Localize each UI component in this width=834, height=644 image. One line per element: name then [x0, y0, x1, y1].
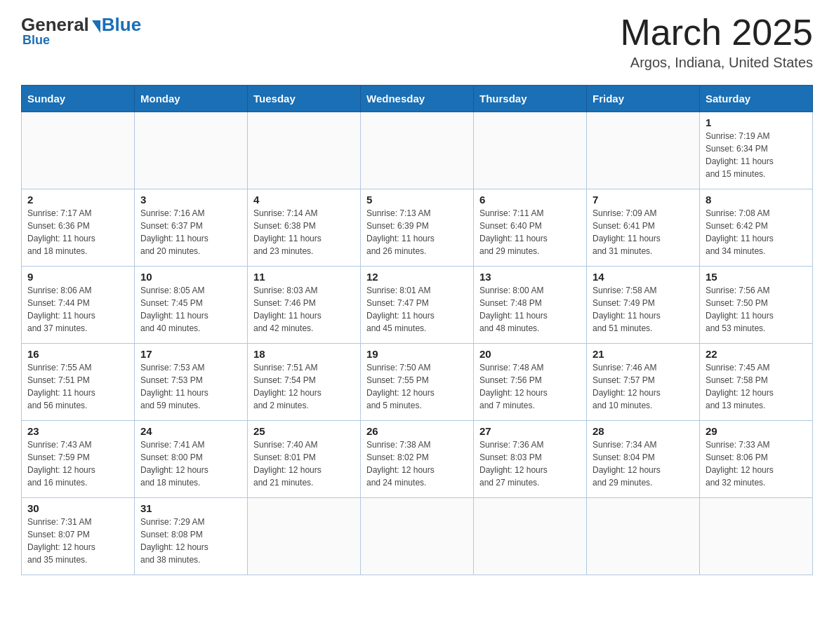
- calendar-cell: 25Sunrise: 7:40 AMSunset: 8:01 PMDayligh…: [248, 421, 361, 498]
- day-number: 29: [706, 425, 807, 437]
- day-number: 9: [27, 271, 128, 283]
- day-info: Sunrise: 7:56 AMSunset: 7:50 PMDaylight:…: [706, 284, 807, 335]
- logo-blue-text: Blue: [102, 14, 141, 36]
- day-number: 20: [479, 348, 581, 360]
- title-block: March 2025 Argos, Indiana, United States: [620, 14, 813, 71]
- day-info: Sunrise: 7:46 AMSunset: 7:57 PMDaylight:…: [593, 361, 694, 412]
- day-number: 10: [140, 271, 241, 283]
- calendar-cell: 22Sunrise: 7:45 AMSunset: 7:58 PMDayligh…: [700, 344, 813, 421]
- week-row-2: 2Sunrise: 7:17 AMSunset: 6:36 PMDaylight…: [22, 189, 813, 267]
- calendar-cell: 11Sunrise: 8:03 AMSunset: 7:46 PMDayligh…: [248, 267, 361, 344]
- day-number: 21: [593, 348, 694, 360]
- day-info: Sunrise: 7:53 AMSunset: 7:53 PMDaylight:…: [140, 361, 241, 412]
- day-info: Sunrise: 8:06 AMSunset: 7:44 PMDaylight:…: [27, 284, 128, 335]
- day-info: Sunrise: 7:36 AMSunset: 8:03 PMDaylight:…: [479, 438, 581, 489]
- weekday-header-thursday: Thursday: [474, 86, 587, 112]
- calendar-cell: [248, 498, 361, 575]
- week-row-4: 16Sunrise: 7:55 AMSunset: 7:51 PMDayligh…: [22, 344, 813, 421]
- day-info: Sunrise: 8:05 AMSunset: 7:45 PMDaylight:…: [140, 284, 241, 335]
- day-info: Sunrise: 7:50 AMSunset: 7:55 PMDaylight:…: [366, 361, 468, 412]
- logo-arrow-icon: [92, 20, 100, 33]
- day-info: Sunrise: 7:33 AMSunset: 8:06 PMDaylight:…: [706, 438, 807, 489]
- calendar-cell: 29Sunrise: 7:33 AMSunset: 8:06 PMDayligh…: [700, 421, 813, 498]
- calendar-cell: 19Sunrise: 7:50 AMSunset: 7:55 PMDayligh…: [361, 344, 474, 421]
- logo-subtitle: Blue: [22, 33, 50, 48]
- calendar-table: SundayMondayTuesdayWednesdayThursdayFrid…: [21, 85, 813, 575]
- day-info: Sunrise: 7:40 AMSunset: 8:01 PMDaylight:…: [253, 438, 355, 489]
- calendar-cell: 26Sunrise: 7:38 AMSunset: 8:02 PMDayligh…: [361, 421, 474, 498]
- weekday-header-wednesday: Wednesday: [361, 86, 474, 112]
- day-number: 30: [27, 502, 128, 514]
- calendar-cell: 6Sunrise: 7:11 AMSunset: 6:40 PMDaylight…: [474, 189, 587, 267]
- weekday-header-tuesday: Tuesday: [248, 86, 361, 112]
- day-number: 25: [253, 425, 355, 437]
- day-info: Sunrise: 7:51 AMSunset: 7:54 PMDaylight:…: [253, 361, 355, 412]
- day-number: 1: [706, 116, 807, 128]
- calendar-cell: 31Sunrise: 7:29 AMSunset: 8:08 PMDayligh…: [135, 498, 248, 575]
- week-row-6: 30Sunrise: 7:31 AMSunset: 8:07 PMDayligh…: [22, 498, 813, 575]
- day-info: Sunrise: 7:19 AMSunset: 6:34 PMDaylight:…: [706, 130, 807, 180]
- day-info: Sunrise: 7:16 AMSunset: 6:37 PMDaylight:…: [140, 207, 241, 257]
- calendar-cell: 15Sunrise: 7:56 AMSunset: 7:50 PMDayligh…: [700, 267, 813, 344]
- calendar-cell: 12Sunrise: 8:01 AMSunset: 7:47 PMDayligh…: [361, 267, 474, 344]
- calendar-cell: 13Sunrise: 8:00 AMSunset: 7:48 PMDayligh…: [474, 267, 587, 344]
- calendar-cell: 24Sunrise: 7:41 AMSunset: 8:00 PMDayligh…: [135, 421, 248, 498]
- day-info: Sunrise: 7:34 AMSunset: 8:04 PMDaylight:…: [593, 438, 694, 489]
- calendar-cell: 18Sunrise: 7:51 AMSunset: 7:54 PMDayligh…: [248, 344, 361, 421]
- day-number: 28: [593, 425, 694, 437]
- calendar-cell: 14Sunrise: 7:58 AMSunset: 7:49 PMDayligh…: [587, 267, 700, 344]
- day-info: Sunrise: 7:38 AMSunset: 8:02 PMDaylight:…: [366, 438, 468, 489]
- calendar-cell: [248, 112, 361, 189]
- day-number: 2: [27, 194, 128, 206]
- day-info: Sunrise: 7:31 AMSunset: 8:07 PMDaylight:…: [27, 516, 128, 566]
- month-title: March 2025: [620, 14, 813, 51]
- day-number: 13: [479, 271, 581, 283]
- day-number: 18: [253, 348, 355, 360]
- calendar-cell: 9Sunrise: 8:06 AMSunset: 7:44 PMDaylight…: [22, 267, 135, 344]
- day-number: 19: [366, 348, 468, 360]
- day-number: 4: [253, 194, 355, 206]
- day-number: 12: [366, 271, 468, 283]
- calendar-cell: 23Sunrise: 7:43 AMSunset: 7:59 PMDayligh…: [22, 421, 135, 498]
- week-row-3: 9Sunrise: 8:06 AMSunset: 7:44 PMDaylight…: [22, 267, 813, 344]
- weekday-header-sunday: Sunday: [22, 86, 135, 112]
- day-info: Sunrise: 7:17 AMSunset: 6:36 PMDaylight:…: [27, 207, 128, 257]
- day-info: Sunrise: 7:08 AMSunset: 6:42 PMDaylight:…: [706, 207, 807, 257]
- day-info: Sunrise: 7:48 AMSunset: 7:56 PMDaylight:…: [479, 361, 581, 412]
- location-title: Argos, Indiana, United States: [620, 55, 813, 71]
- day-number: 7: [593, 194, 694, 206]
- day-info: Sunrise: 7:55 AMSunset: 7:51 PMDaylight:…: [27, 361, 128, 412]
- day-info: Sunrise: 7:11 AMSunset: 6:40 PMDaylight:…: [479, 207, 581, 257]
- day-info: Sunrise: 8:03 AMSunset: 7:46 PMDaylight:…: [253, 284, 355, 335]
- day-info: Sunrise: 7:09 AMSunset: 6:41 PMDaylight:…: [593, 207, 694, 257]
- calendar-cell: [474, 112, 587, 189]
- week-row-5: 23Sunrise: 7:43 AMSunset: 7:59 PMDayligh…: [22, 421, 813, 498]
- week-row-1: 1Sunrise: 7:19 AMSunset: 6:34 PMDaylight…: [22, 112, 813, 189]
- day-number: 23: [27, 425, 128, 437]
- calendar-cell: 3Sunrise: 7:16 AMSunset: 6:37 PMDaylight…: [135, 189, 248, 267]
- day-info: Sunrise: 7:14 AMSunset: 6:38 PMDaylight:…: [253, 207, 355, 257]
- calendar-cell: [135, 112, 248, 189]
- day-number: 26: [366, 425, 468, 437]
- calendar-cell: [361, 498, 474, 575]
- calendar-cell: [587, 498, 700, 575]
- calendar-cell: 10Sunrise: 8:05 AMSunset: 7:45 PMDayligh…: [135, 267, 248, 344]
- day-info: Sunrise: 7:58 AMSunset: 7:49 PMDaylight:…: [593, 284, 694, 335]
- day-number: 31: [140, 502, 241, 514]
- weekday-header-row: SundayMondayTuesdayWednesdayThursdayFrid…: [22, 86, 813, 112]
- day-info: Sunrise: 7:41 AMSunset: 8:00 PMDaylight:…: [140, 438, 241, 489]
- day-number: 8: [706, 194, 807, 206]
- calendar-cell: 5Sunrise: 7:13 AMSunset: 6:39 PMDaylight…: [361, 189, 474, 267]
- calendar-cell: [474, 498, 587, 575]
- calendar-cell: 7Sunrise: 7:09 AMSunset: 6:41 PMDaylight…: [587, 189, 700, 267]
- day-info: Sunrise: 7:45 AMSunset: 7:58 PMDaylight:…: [706, 361, 807, 412]
- calendar-cell: 16Sunrise: 7:55 AMSunset: 7:51 PMDayligh…: [22, 344, 135, 421]
- day-number: 6: [479, 194, 581, 206]
- calendar-cell: [361, 112, 474, 189]
- day-info: Sunrise: 7:43 AMSunset: 7:59 PMDaylight:…: [27, 438, 128, 489]
- weekday-header-monday: Monday: [135, 86, 248, 112]
- calendar-cell: 27Sunrise: 7:36 AMSunset: 8:03 PMDayligh…: [474, 421, 587, 498]
- calendar-cell: 4Sunrise: 7:14 AMSunset: 6:38 PMDaylight…: [248, 189, 361, 267]
- calendar-cell: 8Sunrise: 7:08 AMSunset: 6:42 PMDaylight…: [700, 189, 813, 267]
- calendar-cell: 17Sunrise: 7:53 AMSunset: 7:53 PMDayligh…: [135, 344, 248, 421]
